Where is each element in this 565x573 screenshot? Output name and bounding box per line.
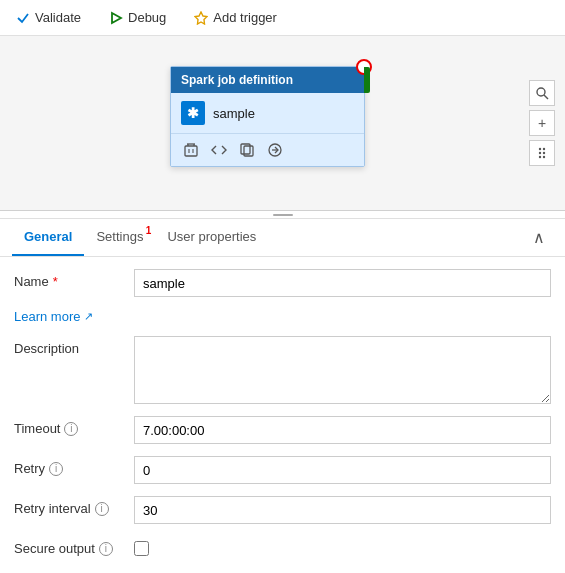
debug-icon (109, 11, 123, 25)
toolbar: Validate Debug Add trigger (0, 0, 565, 36)
node-delete-button[interactable] (181, 140, 201, 160)
search-icon (535, 86, 549, 100)
spark-icon-symbol: ✱ (187, 105, 199, 121)
tab-settings-label: Settings (96, 229, 143, 244)
validate-button[interactable]: Validate (12, 8, 85, 27)
form-content: Name * Learn more ↗ Description Timeout … (0, 257, 565, 573)
learn-more-text: Learn more (14, 309, 80, 324)
learn-more-link[interactable]: Learn more ↗ (14, 309, 93, 324)
learn-more-row: Learn more ↗ (14, 309, 551, 324)
validate-icon (16, 11, 30, 25)
handle-icon (538, 146, 546, 160)
node-copy-button[interactable] (237, 140, 257, 160)
tabs-row: General Settings 1 User properties ∧ (0, 219, 565, 257)
properties-panel: General Settings 1 User properties ∧ Nam… (0, 219, 565, 573)
node-body: ✱ sample (171, 93, 364, 133)
canvas-zoom-in-button[interactable]: + (529, 110, 555, 136)
description-input[interactable] (134, 336, 551, 404)
tab-general-label: General (24, 229, 72, 244)
collapse-dash-icon (273, 213, 293, 217)
svg-point-15 (539, 152, 541, 154)
tab-general[interactable]: General (12, 219, 84, 256)
node-title: Spark job definition (181, 73, 293, 87)
svg-point-13 (539, 148, 541, 150)
retry-interval-input[interactable] (134, 496, 551, 524)
svg-point-16 (543, 152, 545, 154)
retry-label: Retry i (14, 456, 124, 476)
retry-field-row: Retry i (14, 456, 551, 484)
spark-icon: ✱ (181, 101, 205, 125)
secure-input-label: Secure input i (14, 568, 124, 573)
retry-info-icon[interactable]: i (49, 462, 63, 476)
node-green-bar (364, 67, 370, 93)
name-field-row: Name * (14, 269, 551, 297)
svg-point-11 (537, 88, 545, 96)
external-link-icon: ↗ (84, 310, 93, 323)
tab-user-properties[interactable]: User properties (155, 219, 268, 256)
svg-rect-19 (273, 214, 293, 216)
description-field-row: Description (14, 336, 551, 404)
validate-label: Validate (35, 10, 81, 25)
add-trigger-icon (194, 11, 208, 25)
retry-input[interactable] (134, 456, 551, 484)
node-arrow-button[interactable] (265, 140, 285, 160)
copy-icon (239, 142, 255, 158)
tab-user-properties-label: User properties (167, 229, 256, 244)
name-input[interactable] (134, 269, 551, 297)
timeout-field-row: Timeout i (14, 416, 551, 444)
chevron-up-icon: ∧ (533, 229, 545, 246)
secure-output-checkbox[interactable] (134, 541, 149, 556)
plus-icon: + (538, 115, 546, 131)
svg-rect-1 (185, 146, 197, 156)
svg-point-17 (539, 156, 541, 158)
node-activity-name: sample (213, 106, 255, 121)
add-trigger-button[interactable]: Add trigger (190, 8, 281, 27)
svg-marker-0 (112, 13, 121, 23)
tab-settings[interactable]: Settings 1 (84, 219, 155, 256)
canvas-area: Spark job definition ✱ sample (0, 36, 565, 211)
node-code-button[interactable] (209, 140, 229, 160)
debug-button[interactable]: Debug (105, 8, 170, 27)
settings-badge: 1 (146, 225, 152, 236)
timeout-label: Timeout i (14, 416, 124, 436)
required-star: * (53, 274, 58, 289)
collapse-handle[interactable] (0, 211, 565, 219)
canvas-handle-button[interactable] (529, 140, 555, 166)
svg-line-12 (544, 95, 548, 99)
spark-node-card[interactable]: Spark job definition ✱ sample (170, 66, 365, 167)
retry-interval-field-row: Retry interval i (14, 496, 551, 524)
timeout-input[interactable] (134, 416, 551, 444)
name-label: Name * (14, 269, 124, 289)
secure-input-field-row: Secure input i (14, 568, 551, 573)
node-header: Spark job definition (171, 67, 364, 93)
svg-point-18 (543, 156, 545, 158)
retry-interval-info-icon[interactable]: i (95, 502, 109, 516)
secure-output-label: Secure output i (14, 536, 124, 556)
timeout-info-icon[interactable]: i (64, 422, 78, 436)
debug-label: Debug (128, 10, 166, 25)
code-icon (211, 142, 227, 158)
canvas-search-button[interactable] (529, 80, 555, 106)
trash-icon (183, 142, 199, 158)
retry-interval-label: Retry interval i (14, 496, 124, 516)
canvas-tools: + (529, 80, 555, 166)
node-actions (171, 133, 364, 166)
secure-output-info-icon[interactable]: i (99, 542, 113, 556)
svg-point-14 (543, 148, 545, 150)
collapse-panel-button[interactable]: ∧ (525, 224, 553, 251)
description-label: Description (14, 336, 124, 356)
add-trigger-label: Add trigger (213, 10, 277, 25)
secure-output-field-row: Secure output i (14, 536, 551, 556)
arrow-icon (267, 142, 283, 158)
